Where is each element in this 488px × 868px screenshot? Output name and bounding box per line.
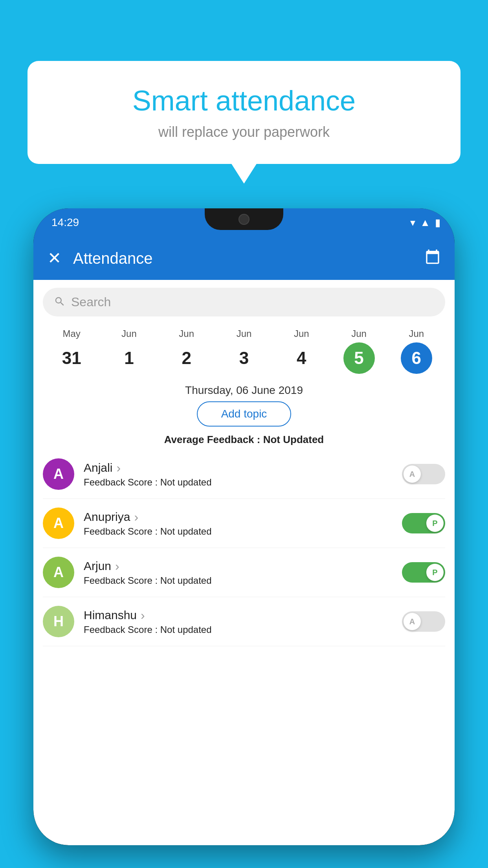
cal-day-0[interactable]: May 31 (43, 328, 100, 374)
wifi-icon: ▾ (410, 217, 415, 229)
avatar-anupriya: A (43, 508, 74, 539)
toggle-knob-himanshu: A (404, 613, 421, 630)
speech-bubble: Smart attendance will replace your paper… (28, 61, 460, 164)
app-bar: ✕ Attendance (33, 237, 455, 280)
calendar-strip: May 31 Jun 1 Jun 2 Jun 3 (33, 320, 455, 378)
close-button[interactable]: ✕ (48, 250, 61, 267)
student-feedback-himanshu: Feedback Score : Not updated (84, 624, 393, 635)
phone-notch (205, 208, 283, 230)
student-info-anupriya: Anupriya Feedback Score : Not updated (84, 510, 393, 537)
cal-day-6[interactable]: Jun 6 (388, 328, 445, 374)
phone-container: 14:29 ▾ ▲ ▮ ✕ Attendance (33, 208, 455, 868)
attendance-toggle-himanshu[interactable]: A (402, 611, 445, 632)
cal-day-3[interactable]: Jun 3 (215, 328, 273, 374)
student-info-himanshu: Himanshu Feedback Score : Not updated (84, 608, 393, 635)
student-feedback-anjali: Feedback Score : Not updated (84, 477, 393, 488)
battery-icon: ▮ (435, 217, 440, 229)
toggle-knob-arjun: P (426, 564, 444, 581)
phone-frame: 14:29 ▾ ▲ ▮ ✕ Attendance (33, 208, 455, 845)
phone-content: Search May 31 Jun 1 Jun 2 (33, 280, 455, 845)
camera-dot (238, 214, 250, 225)
add-topic-button[interactable]: Add topic (197, 401, 292, 427)
avatar-himanshu: H (43, 606, 74, 637)
avatar-arjun: A (43, 557, 74, 588)
attendance-toggle-anupriya[interactable]: P (402, 513, 445, 533)
student-name-arjun: Arjun (84, 559, 393, 574)
student-feedback-anupriya: Feedback Score : Not updated (84, 526, 393, 537)
status-icons: ▾ ▲ ▮ (410, 217, 440, 229)
student-name-anjali: Anjali (84, 461, 393, 475)
avatar-anjali: A (43, 458, 74, 490)
bubble-title: Smart attendance (59, 85, 429, 117)
cal-day-1[interactable]: Jun 1 (100, 328, 158, 374)
cal-day-2[interactable]: Jun 2 (158, 328, 215, 374)
toggle-knob-anupriya: P (426, 515, 444, 532)
signal-icon: ▲ (420, 217, 430, 229)
attendance-toggle-anjali[interactable]: A (402, 464, 445, 484)
student-item-himanshu[interactable]: H Himanshu Feedback Score : Not updated … (43, 597, 445, 646)
status-time: 14:29 (51, 216, 79, 229)
attendance-toggle-arjun[interactable]: P (402, 562, 445, 583)
search-icon (54, 296, 66, 309)
search-placeholder: Search (71, 295, 111, 309)
student-name-himanshu: Himanshu (84, 608, 393, 623)
cal-day-4[interactable]: Jun 4 (273, 328, 330, 374)
student-name-anupriya: Anupriya (84, 510, 393, 524)
student-list: A Anjali Feedback Score : Not updated A (33, 450, 455, 646)
avg-feedback: Average Feedback : Not Updated (33, 427, 455, 450)
cal-day-5[interactable]: Jun 5 (330, 328, 387, 374)
search-bar[interactable]: Search (43, 288, 445, 316)
student-info-anjali: Anjali Feedback Score : Not updated (84, 461, 393, 488)
toggle-knob-anjali: A (404, 465, 421, 483)
speech-bubble-container: Smart attendance will replace your paper… (28, 61, 460, 164)
app-title: Attendance (73, 250, 425, 267)
student-item-anupriya[interactable]: A Anupriya Feedback Score : Not updated … (43, 499, 445, 548)
student-item-arjun[interactable]: A Arjun Feedback Score : Not updated P (43, 548, 445, 597)
student-info-arjun: Arjun Feedback Score : Not updated (84, 559, 393, 586)
student-feedback-arjun: Feedback Score : Not updated (84, 575, 393, 586)
student-item-anjali[interactable]: A Anjali Feedback Score : Not updated A (43, 450, 445, 499)
calendar-icon[interactable] (425, 249, 440, 268)
bubble-subtitle: will replace your paperwork (59, 124, 429, 140)
selected-date-label: Thursday, 06 June 2019 (33, 378, 455, 401)
